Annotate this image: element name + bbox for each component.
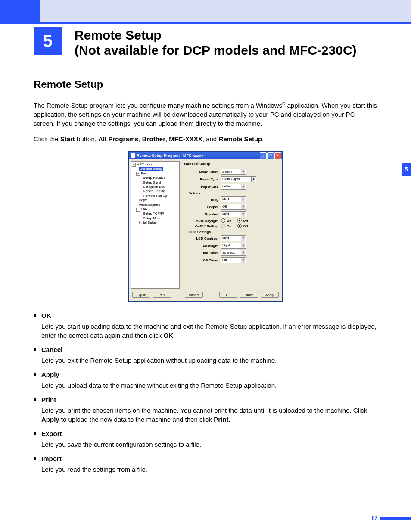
desc-def-ok: Lets you start uploading data to the mac… bbox=[34, 322, 377, 340]
speaker-label: Speaker bbox=[184, 212, 221, 216]
lcd-contrast-label: LCD Contrast bbox=[184, 236, 221, 240]
backlight-dropdown[interactable]: Light bbox=[221, 243, 246, 249]
titlebar[interactable]: Remote Setup Program - MFC-xxxxx _ □ × bbox=[129, 152, 282, 159]
p2-end: . bbox=[262, 135, 264, 143]
tree-photocapture[interactable]: PhotoCapture bbox=[136, 203, 178, 207]
tree-item[interactable]: Setup Send bbox=[140, 180, 178, 185]
onoff-on-radio[interactable] bbox=[221, 224, 225, 228]
p2-sep2: , bbox=[138, 135, 142, 143]
onoff-setting-label: On/Off Setting bbox=[184, 224, 221, 228]
header-blue-block bbox=[0, 0, 40, 24]
desc-def-cancel: Lets you exit the Remote Setup applicati… bbox=[34, 356, 377, 365]
tree-item[interactable]: Setup TCP/IP bbox=[140, 212, 178, 216]
auto-daylight-label: Auto Daylight bbox=[184, 219, 221, 223]
lcd-settings-heading: LCD Settings bbox=[189, 230, 279, 234]
p2-remotesetup: Remote Setup bbox=[218, 135, 262, 143]
off-timer-dropdown[interactable]: Off bbox=[221, 257, 246, 263]
off-timer-label: Off Timer bbox=[184, 258, 221, 262]
button-row: Export Print Import OK Cancel Apply bbox=[129, 290, 282, 301]
tree-lan[interactable]: LAN bbox=[141, 207, 148, 211]
beeper-label: Beeper bbox=[184, 205, 221, 209]
screenshot-container: Remote Setup Program - MFC-xxxxx _ □ × −… bbox=[34, 151, 377, 302]
desc-term-cancel: Cancel bbox=[34, 346, 377, 353]
chapter-heading: 5 Remote Setup (Not available for DCP mo… bbox=[0, 27, 411, 58]
paper-type-label: Paper Type bbox=[184, 177, 221, 181]
tree-item[interactable]: Report Setting bbox=[140, 189, 178, 193]
chapter-title: Remote Setup (Not available for DCP mode… bbox=[75, 27, 357, 58]
p2-allprograms: All Programs bbox=[98, 135, 138, 143]
lcd-contrast-dropdown[interactable]: Med bbox=[221, 235, 246, 241]
tree-item[interactable]: Setup Misc. bbox=[140, 216, 178, 221]
ring-dropdown[interactable]: Med bbox=[221, 196, 246, 202]
tree-item[interactable]: Setup Receive bbox=[140, 176, 178, 180]
p2-sep1: button, bbox=[75, 135, 98, 143]
desc-def-export: Lets you save the current configuration … bbox=[34, 440, 377, 449]
description-list: OK Lets you start uploading data to the … bbox=[34, 312, 377, 474]
export-button[interactable]: Export bbox=[132, 292, 150, 298]
tree-item[interactable]: Remote Fax Opt bbox=[140, 194, 178, 198]
tree-copy[interactable]: Copy bbox=[136, 198, 178, 202]
app-icon bbox=[131, 153, 135, 158]
ring-label: Ring bbox=[184, 198, 221, 202]
paper-size-label: Paper Size bbox=[184, 185, 221, 189]
p2-prefix: Click the bbox=[34, 135, 60, 143]
intro-paragraph-1: The Remote Setup program lets you config… bbox=[34, 101, 377, 128]
cancel-button[interactable]: Cancel bbox=[240, 292, 258, 298]
header-light-block bbox=[40, 0, 411, 24]
p2-sep4: , and bbox=[202, 135, 219, 143]
panel-heading: General Setup bbox=[184, 162, 279, 166]
radio-label-off: Off bbox=[243, 224, 248, 228]
radio-label-on: On bbox=[227, 224, 231, 228]
minimize-button[interactable]: _ bbox=[260, 152, 267, 159]
maximize-button[interactable]: □ bbox=[267, 152, 274, 159]
window-title: Remote Setup Program - MFC-xxxxx bbox=[137, 153, 260, 158]
p2-brother: Brother bbox=[142, 135, 165, 143]
close-button[interactable]: × bbox=[274, 152, 281, 159]
apply-button[interactable]: Apply bbox=[261, 292, 279, 298]
p2-mfc: MFC-XXXX bbox=[169, 135, 202, 143]
beeper-dropdown[interactable]: Off bbox=[221, 204, 246, 210]
tree-item[interactable]: Set Quick-Dial bbox=[140, 185, 178, 189]
desc-term-print: Print bbox=[34, 396, 377, 403]
speaker-dropdown[interactable]: Med bbox=[221, 211, 246, 217]
settings-panel: General Setup Mode Timer2 Mins Paper Typ… bbox=[180, 161, 280, 289]
print-button[interactable]: Print bbox=[153, 292, 171, 298]
dim-timer-dropdown[interactable]: 30 Secs bbox=[221, 250, 246, 256]
tree-toggle-icon[interactable]: − bbox=[136, 208, 140, 212]
side-tab: 5 bbox=[402, 163, 411, 176]
chapter-title-line1: Remote Setup bbox=[75, 28, 162, 42]
auto-daylight-off-radio[interactable] bbox=[237, 218, 242, 223]
tree-initial-setup[interactable]: Initial Setup bbox=[136, 221, 178, 225]
tree-root[interactable]: MFC-xxxxx bbox=[137, 162, 154, 166]
tree-toggle-icon[interactable]: − bbox=[132, 163, 136, 167]
dim-timer-label: Dim Timer bbox=[184, 251, 221, 255]
import-button[interactable]: Import bbox=[185, 292, 203, 298]
backlight-label: Backlight bbox=[184, 244, 221, 248]
desc-term-import: Import bbox=[34, 455, 377, 462]
tree-fax[interactable]: Fax bbox=[141, 171, 146, 175]
page-number-bar bbox=[380, 517, 411, 520]
tree-toggle-icon[interactable]: − bbox=[136, 172, 140, 176]
desc-def-print: Lets you print the chosen items on the m… bbox=[34, 406, 377, 424]
desc-term-apply: Apply bbox=[34, 371, 377, 378]
tree-general-setup[interactable]: General Setup bbox=[139, 167, 163, 171]
chapter-title-line2: (Not available for DCP models and MFC-23… bbox=[75, 43, 357, 57]
paper-size-dropdown[interactable]: Letter bbox=[221, 184, 246, 190]
intro-text-a: The Remote Setup program lets you config… bbox=[34, 102, 282, 109]
volume-heading: Volume bbox=[189, 191, 279, 195]
radio-label-off: Off bbox=[243, 219, 248, 223]
intro-paragraph-2: Click the Start button, All Programs, Br… bbox=[34, 134, 377, 143]
desc-def-apply: Lets you upload data to the machine with… bbox=[34, 381, 377, 390]
mode-timer-label: Mode Timer bbox=[184, 170, 221, 174]
desc-def-import: Lets you read the settings from a file. bbox=[34, 465, 377, 474]
tree-panel[interactable]: −MFC-xxxxx General Setup −Fax Setup Rece… bbox=[131, 161, 180, 289]
page-header-bar bbox=[0, 0, 411, 24]
radio-label-on: On bbox=[227, 219, 231, 223]
section-heading: Remote Setup bbox=[34, 78, 377, 90]
mode-timer-dropdown[interactable]: 2 Mins bbox=[221, 169, 246, 175]
onoff-off-radio[interactable] bbox=[237, 224, 242, 228]
auto-daylight-on-radio[interactable] bbox=[221, 218, 225, 223]
p2-start: Start bbox=[60, 135, 75, 143]
paper-type-dropdown[interactable]: Plain Paper bbox=[221, 176, 256, 182]
ok-button[interactable]: OK bbox=[219, 292, 237, 298]
